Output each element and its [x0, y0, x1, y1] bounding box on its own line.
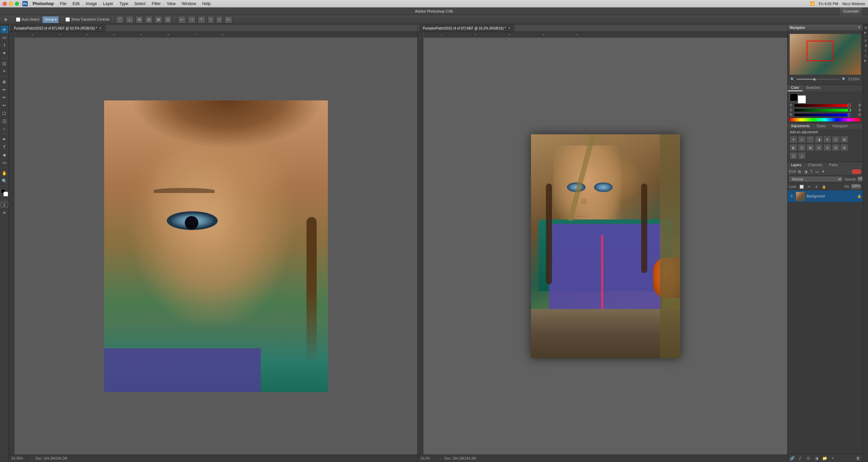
dodge-tool[interactable]: ○ — [1, 125, 8, 132]
menu-photoshop[interactable]: Photoshop — [30, 0, 57, 7]
collapse-panels-btn[interactable]: ◀ — [863, 25, 868, 30]
move-tool[interactable]: ✛ — [1, 26, 8, 33]
tab-styles[interactable]: Styles — [813, 123, 829, 129]
align-top-edges[interactable]: ⊤ — [116, 16, 124, 23]
clone-stamp-tool[interactable]: ✂ — [1, 94, 8, 101]
bg-color-swatch[interactable] — [798, 95, 806, 103]
tab-channels[interactable]: Channels — [805, 162, 826, 168]
menu-file[interactable]: File — [57, 0, 69, 7]
new-fill-adj-btn[interactable]: ◑ — [813, 456, 820, 461]
opacity-value[interactable]: 100% — [857, 176, 863, 182]
auto-select-checkbox[interactable] — [16, 17, 20, 22]
shape-tool[interactable]: ▭ — [1, 159, 8, 166]
quick-mask-tool[interactable]: Q — [1, 202, 8, 207]
filter-pixel-icon[interactable]: ⊞ — [797, 169, 802, 174]
marquee-tool[interactable]: ▭ — [1, 34, 8, 41]
align-right-edges[interactable]: ⊡ — [164, 16, 172, 23]
menu-layer[interactable]: Layer — [100, 0, 116, 7]
g-handle[interactable] — [848, 109, 850, 112]
vstrip-action-btn[interactable]: ▶ — [863, 58, 868, 63]
tab-paths[interactable]: Paths — [826, 162, 841, 168]
adj-channel-mixer[interactable]: ⊠ — [807, 144, 814, 151]
doc-tab-2[interactable]: PumpkinPatch2015 (4 of 87).NEF @ 16.2% (… — [419, 25, 514, 32]
text-tool[interactable]: T — [1, 143, 8, 151]
filter-shape-icon[interactable]: ▭ — [814, 169, 820, 174]
lasso-tool[interactable]: ⌇ — [1, 41, 8, 49]
distribute-bottom[interactable]: ⊤ — [198, 16, 205, 23]
gradient-tool[interactable]: ◫ — [1, 117, 8, 124]
eraser-tool[interactable]: ◻ — [1, 109, 8, 117]
fill-value[interactable]: 100% — [851, 184, 861, 189]
color-swatches[interactable] — [1, 189, 8, 196]
delete-layer-btn[interactable]: 🗑 — [855, 456, 861, 461]
menu-image[interactable]: Image — [83, 0, 100, 7]
lock-image-btn[interactable]: ✏ — [806, 184, 812, 189]
essentials-button[interactable]: Essentials — [840, 7, 863, 15]
healing-brush-tool[interactable]: ⊕ — [1, 78, 8, 85]
nav-viewport-box[interactable] — [807, 41, 834, 61]
zoom-value-1[interactable]: 53.55% — [12, 457, 28, 460]
minimize-button[interactable] — [9, 2, 13, 6]
crop-tool[interactable]: ⊡ — [1, 60, 8, 67]
nav-zoom-slider[interactable] — [796, 79, 840, 80]
new-layer-btn[interactable]: + — [830, 456, 836, 461]
distribute-vertical[interactable]: ⊣ — [188, 16, 196, 23]
adj-curves[interactable]: ⌒ — [807, 136, 814, 143]
g-slider[interactable] — [794, 109, 851, 112]
screen-mode-tool[interactable]: ⊞ — [1, 209, 8, 216]
r-value[interactable]: 0 — [852, 103, 861, 107]
adj-exposure[interactable]: ◑ — [815, 136, 823, 143]
eyedropper-tool[interactable]: ⌖ — [1, 68, 8, 75]
window-controls[interactable] — [3, 2, 19, 6]
doc-tab-1[interactable]: PumpkinPatch2015 (4 of 87).NEF @ 53.5% (… — [10, 25, 105, 32]
maximize-button[interactable] — [15, 2, 19, 6]
lock-all-btn[interactable]: 🔒 — [821, 184, 827, 189]
align-left-edges[interactable]: ⊟ — [145, 16, 153, 23]
color-spectrum-bar[interactable] — [790, 118, 861, 121]
distribute-horizontal[interactable]: ⊧ — [216, 16, 222, 23]
menu-select[interactable]: Select — [132, 0, 148, 7]
navigator-header[interactable]: Navigator ▼ — [788, 24, 863, 31]
filter-toggle[interactable] — [852, 169, 861, 174]
canvas-viewport-1[interactable] — [15, 38, 417, 455]
align-vertical-centers[interactable]: ⊥ — [126, 16, 134, 23]
menu-view[interactable]: View — [164, 0, 178, 7]
fg-color-swatch[interactable] — [790, 93, 798, 101]
vstrip-info-btn[interactable]: ℹ — [863, 53, 868, 58]
hand-tool[interactable]: ✋ — [1, 169, 8, 177]
zoom-out-icon[interactable]: 🔍 — [790, 77, 794, 81]
menu-help[interactable]: Help — [200, 0, 214, 7]
history-brush-tool[interactable]: ↩ — [1, 101, 8, 109]
menu-filter[interactable]: Filter — [149, 0, 163, 7]
add-mask-btn[interactable]: ⊙ — [805, 456, 811, 461]
tab-swatches[interactable]: Swatches — [803, 85, 824, 91]
filter-smart-icon[interactable]: ✦ — [821, 169, 826, 174]
filter-adjust-icon[interactable]: ◑ — [803, 169, 808, 174]
b-value[interactable]: 0 — [852, 113, 861, 117]
new-group-btn[interactable]: 📁 — [822, 456, 828, 461]
vstrip-adj-btn[interactable]: ◑ — [863, 43, 868, 48]
brush-tool[interactable]: ✏ — [1, 86, 8, 93]
zoom-tool[interactable]: 🔍 — [1, 177, 8, 185]
zoom-value-2[interactable]: 16.2% — [420, 457, 437, 460]
vstrip-color-btn[interactable]: ⊕ — [863, 38, 868, 43]
adj-gradient-map[interactable]: ◫ — [790, 152, 797, 159]
adj-invert[interactable]: ⊖ — [824, 144, 831, 151]
pen-tool[interactable]: ✒ — [1, 135, 8, 143]
adj-posterize[interactable]: ⊟ — [832, 144, 840, 151]
distribute-left[interactable]: ⊦ — [208, 16, 214, 23]
distribute-top[interactable]: ⊢ — [178, 16, 186, 23]
close-tab-1[interactable]: ✕ — [99, 26, 102, 30]
menu-type[interactable]: Type — [117, 0, 131, 7]
adj-threshold[interactable]: ⊕ — [841, 144, 848, 151]
show-transform-checkbox[interactable] — [65, 17, 70, 22]
background-color[interactable] — [3, 192, 8, 196]
adj-photo-filter[interactable]: ⊡ — [798, 144, 806, 151]
adj-vibrance[interactable]: ✦ — [824, 136, 831, 143]
tab-histogram[interactable]: Histogram — [829, 123, 851, 129]
filter-type-icon[interactable]: T — [809, 169, 813, 174]
distribute-right[interactable]: ⊨ — [224, 16, 232, 23]
g-value[interactable]: 0 — [852, 108, 861, 112]
adj-bw[interactable]: ◐ — [790, 144, 797, 151]
close-tab-2[interactable]: ✕ — [508, 26, 511, 30]
